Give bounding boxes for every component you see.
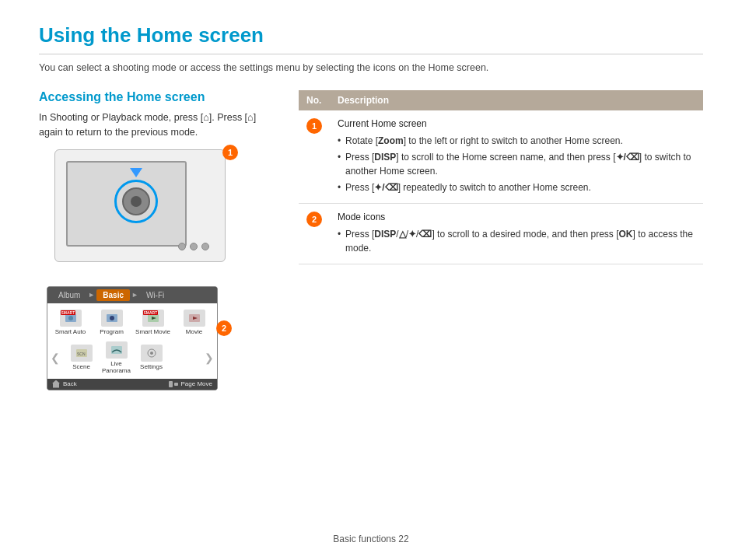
nav-wheel [122,187,150,215]
row2-content: Mode icons Press [DISP/△/✦/⌫] to scroll … [338,210,695,255]
row2-num: 2 [299,204,330,264]
row2-arrow-left: ❮ [51,352,63,364]
sm-btn-1 [178,243,186,250]
camera-screen [66,161,187,247]
row1-bullets: Rotate [Zoom] to the left or right to sw… [338,134,695,194]
section1-desc: In Shooting or Playback mode, press [⌂].… [39,110,280,140]
icon-scene: SCN Scene [65,343,98,372]
page-footer: Basic functions 22 [0,534,742,544]
tab-wifi: Wi-Fi [140,289,170,301]
sm-btn-2 [190,243,198,250]
svg-point-12 [150,352,153,355]
row1-desc: Current Home screen Rotate [Zoom] to the… [330,110,703,204]
svg-point-1 [68,316,73,320]
nav-pagemove-label: Page Move [181,380,212,387]
zoom-icon [168,380,179,388]
icon-settings-label: Settings [140,363,163,370]
left-column: Accessing the Home screen In Shooting or… [39,90,280,393]
tab-arrow-1: ► [88,291,95,299]
col-no-header: No. [299,90,330,110]
row1-bullet-3: Press [✦/⌫] repeatedly to switch to anot… [338,180,695,194]
cam-icons-row1: SMART Smart Auto Program SMART [47,303,217,338]
row2-headline: Mode icons [338,210,695,224]
icon-program-label: Program [100,328,124,335]
icon-smart-auto-img: SMART [60,310,82,327]
icon-smart-auto: SMART Smart Auto [51,308,90,337]
tab-arrow-2: ► [131,291,138,299]
footer-text: Basic functions 22 [333,534,408,544]
cam-nav-bar: Back Page Move [47,379,217,390]
tab-basic: Basic [96,289,130,301]
icon-scene-label: Scene [72,363,90,370]
icon-live-panorama: LivePanorama [100,340,133,376]
icon-program: Program [92,308,131,337]
icon-smart-movie-img: SMART [142,310,164,327]
icon-live-panorama-img [106,341,128,359]
callout-2-ui: 2 [216,320,232,336]
smart-badge-2: SMART [143,310,159,315]
svg-point-3 [110,316,114,320]
bullet-2: 2 [306,212,322,227]
page-title: Using the Home screen [39,23,703,54]
cam-nav-back: Back [52,380,77,388]
cam-tab-bar: Album ► Basic ► Wi-Fi [47,287,217,303]
icon-movie: Movie [174,308,214,337]
page-subtitle: You can select a shooting mode or access… [39,62,703,73]
info-table: No. Description 1 Current Home screen Ro… [299,90,703,264]
svg-rect-14 [174,383,178,386]
callout-1-camera: 1 [222,145,238,160]
icon-smart-auto-label: Smart Auto [55,328,86,335]
blue-circle-highlight [114,180,158,223]
camera-illustration [54,149,226,262]
row1-bullet-2: Press [DISP] to scroll to the Home scree… [338,150,695,178]
row1-content: Current Home screen Rotate [Zoom] to the… [338,117,695,194]
icon-movie-label: Movie [186,328,202,335]
row2-desc: Mode icons Press [DISP/△/✦/⌫] to scroll … [330,204,703,264]
right-column: No. Description 1 Current Home screen Ro… [299,90,703,393]
row1-num: 1 [299,110,330,204]
icon-movie-img [184,310,205,327]
svg-text:SCN: SCN [77,352,86,356]
sm-btn-3 [201,243,209,250]
icon-scene-img: SCN [71,345,93,362]
cam-nav-pagemove: Page Move [168,380,212,388]
nav-back-label: Back [63,380,77,387]
nav-center [131,196,142,207]
row1-headline: Current Home screen [338,117,695,131]
cam-icons-row2: ❮ SCN Scene LivePanorama [47,338,217,379]
bullet-1: 1 [306,118,322,134]
table-row-2: 2 Mode icons Press [DISP/△/✦/⌫] to scrol… [299,204,703,264]
icon-program-img [101,310,123,327]
tab-album: Album [52,289,86,301]
section1-title: Accessing the Home screen [39,90,280,104]
icon-smart-movie: SMART Smart Movie [133,308,173,337]
smart-badge-1: SMART [61,310,76,315]
row2-bullets: Press [DISP/△/✦/⌫] to scroll to a desire… [338,227,695,255]
small-buttons [178,243,209,250]
icon-settings: Settings [135,343,168,372]
camera-ui-mockup: Album ► Basic ► Wi-Fi SMART Smart Auto [47,286,218,390]
svg-rect-13 [169,381,173,387]
icon-live-panorama-label: LivePanorama [102,360,131,374]
row2-bullet-1: Press [DISP/△/✦/⌫] to scroll to a desire… [338,227,695,255]
table-row-1: 1 Current Home screen Rotate [Zoom] to t… [299,110,703,204]
col-desc-header: Description [330,90,703,110]
icon-smart-movie-label: Smart Movie [135,328,170,335]
icon-settings-img [141,345,163,362]
arrow-down-icon [130,168,142,177]
home-icon [52,380,60,388]
row2-arrow-right: ❯ [201,352,214,364]
row1-bullet-1: Rotate [Zoom] to the left or right to sw… [338,134,695,148]
